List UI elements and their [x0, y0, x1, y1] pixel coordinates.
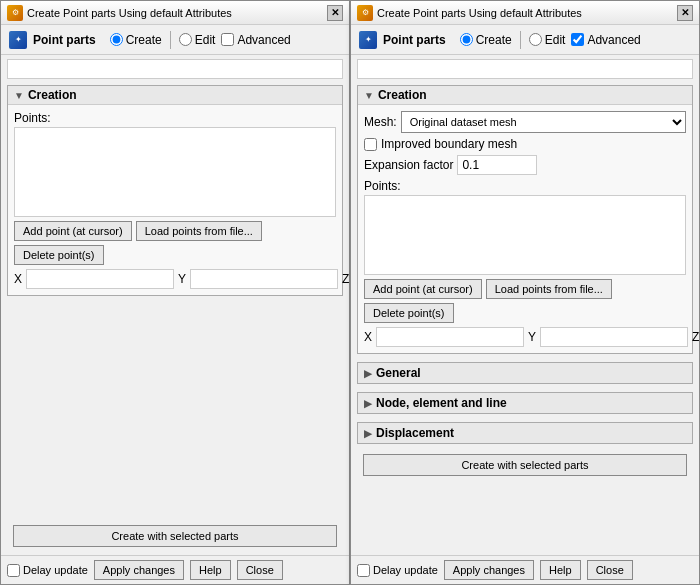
left-creation-header[interactable]: ▼ Creation: [8, 86, 342, 105]
right-improved-boundary-label[interactable]: Improved boundary mesh: [381, 137, 517, 151]
right-delay-update-group: Delay update: [357, 564, 438, 577]
right-improved-boundary-checkbox[interactable]: [364, 138, 377, 151]
right-creation-header[interactable]: ▼ Creation: [358, 86, 692, 105]
right-node-element-header[interactable]: ▶ Node, element and line: [358, 393, 692, 413]
right-expansion-input[interactable]: [457, 155, 537, 175]
right-content: ▼ Creation Mesh: Original dataset mesh I…: [351, 55, 699, 555]
left-advanced-checkbox[interactable]: [221, 33, 234, 46]
right-displacement-arrow: ▶: [364, 428, 372, 439]
right-search-input[interactable]: [357, 59, 693, 79]
left-load-points-btn[interactable]: Load points from file...: [136, 221, 262, 241]
left-create-radio[interactable]: [110, 33, 123, 46]
right-delay-update-checkbox[interactable]: [357, 564, 370, 577]
right-advanced-label[interactable]: Advanced: [587, 33, 640, 47]
right-y-input[interactable]: [540, 327, 688, 347]
left-close-btn[interactable]: Close: [237, 560, 283, 580]
right-expansion-row: Expansion factor: [364, 155, 686, 175]
right-apply-btn[interactable]: Apply changes: [444, 560, 534, 580]
left-btn-row: Add point (at cursor) Load points from f…: [14, 221, 336, 241]
right-points-list: [364, 195, 686, 275]
right-displacement-title: Displacement: [376, 426, 454, 440]
right-close-x-btn[interactable]: ✕: [677, 5, 693, 21]
left-close-x-btn[interactable]: ✕: [327, 5, 343, 21]
right-general-arrow: ▶: [364, 368, 372, 379]
right-advanced-checkbox[interactable]: [571, 33, 584, 46]
left-help-btn[interactable]: Help: [190, 560, 231, 580]
right-toolbar-icon: ✦: [359, 31, 377, 49]
left-dialog-title: Create Point parts Using default Attribu…: [27, 7, 232, 19]
left-search-input[interactable]: [7, 59, 343, 79]
left-add-point-btn[interactable]: Add point (at cursor): [14, 221, 132, 241]
left-y-label: Y: [178, 272, 186, 286]
left-content: ▼ Creation Points: Add point (at cursor)…: [1, 55, 349, 555]
left-create-label[interactable]: Create: [126, 33, 162, 47]
right-app-icon: ⚙: [357, 5, 373, 21]
left-toolbar-title: Point parts: [33, 33, 96, 47]
right-delete-points-btn[interactable]: Delete point(s): [364, 303, 454, 323]
right-create-radio-group: Create: [460, 33, 512, 47]
right-close-btn[interactable]: Close: [587, 560, 633, 580]
right-general-title: General: [376, 366, 421, 380]
right-toolbar: ✦ Point parts Create Edit Advanced: [351, 25, 699, 55]
right-create-selected-btn[interactable]: Create with selected parts: [363, 454, 687, 476]
right-creation-arrow: ▼: [364, 90, 374, 101]
left-points-list: [14, 127, 336, 217]
left-creation-arrow: ▼: [14, 90, 24, 101]
right-node-element-title: Node, element and line: [376, 396, 507, 410]
left-edit-label[interactable]: Edit: [195, 33, 216, 47]
right-mesh-row: Mesh: Original dataset mesh: [364, 111, 686, 133]
left-create-selected-btn[interactable]: Create with selected parts: [13, 525, 337, 547]
right-load-points-btn[interactable]: Load points from file...: [486, 279, 612, 299]
left-delay-update-label[interactable]: Delay update: [23, 564, 88, 576]
left-apply-btn[interactable]: Apply changes: [94, 560, 184, 580]
left-delay-update-group: Delay update: [7, 564, 88, 577]
right-creation-title: Creation: [378, 88, 427, 102]
left-x-input[interactable]: [26, 269, 174, 289]
right-delay-update-label[interactable]: Delay update: [373, 564, 438, 576]
right-mesh-select[interactable]: Original dataset mesh: [401, 111, 686, 133]
right-creation-group: ▼ Creation Mesh: Original dataset mesh I…: [357, 85, 693, 354]
left-delete-points-btn[interactable]: Delete point(s): [14, 245, 104, 265]
left-edit-radio-group: Edit: [179, 33, 216, 47]
right-advanced-checkbox-group: Advanced: [571, 33, 640, 47]
right-displacement-group: ▶ Displacement: [357, 422, 693, 444]
right-x-input[interactable]: [376, 327, 524, 347]
right-expansion-label: Expansion factor: [364, 158, 453, 172]
left-create-btn-row: Create with selected parts: [7, 521, 343, 551]
right-points-label: Points:: [364, 179, 686, 193]
left-delay-update-checkbox[interactable]: [7, 564, 20, 577]
right-edit-radio[interactable]: [529, 33, 542, 46]
left-create-radio-group: Create: [110, 33, 162, 47]
right-create-btn-row: Create with selected parts: [357, 450, 693, 480]
left-bottom-bar: Delay update Apply changes Help Close: [1, 555, 349, 584]
right-improved-boundary-row: Improved boundary mesh: [364, 137, 686, 151]
right-sep1: [520, 31, 521, 49]
right-creation-content: Mesh: Original dataset mesh Improved bou…: [358, 105, 692, 353]
left-y-input[interactable]: [190, 269, 338, 289]
right-create-label[interactable]: Create: [476, 33, 512, 47]
left-advanced-label[interactable]: Advanced: [237, 33, 290, 47]
right-edit-label[interactable]: Edit: [545, 33, 566, 47]
right-btn-row: Add point (at cursor) Load points from f…: [364, 279, 686, 299]
left-creation-title: Creation: [28, 88, 77, 102]
right-node-element-arrow: ▶: [364, 398, 372, 409]
left-edit-radio[interactable]: [179, 33, 192, 46]
right-general-header[interactable]: ▶ General: [358, 363, 692, 383]
right-create-radio[interactable]: [460, 33, 473, 46]
right-y-label: Y: [528, 330, 536, 344]
right-title-bar: ⚙ Create Point parts Using default Attri…: [351, 1, 699, 25]
left-creation-content: Points: Add point (at cursor) Load point…: [8, 105, 342, 295]
right-z-label: Z: [692, 330, 699, 344]
right-dialog: ⚙ Create Point parts Using default Attri…: [350, 0, 700, 585]
right-displacement-header[interactable]: ▶ Displacement: [358, 423, 692, 443]
left-sep1: [170, 31, 171, 49]
left-x-label: X: [14, 272, 22, 286]
right-add-point-btn[interactable]: Add point (at cursor): [364, 279, 482, 299]
right-mesh-label: Mesh:: [364, 115, 397, 129]
right-bottom-bar: Delay update Apply changes Help Close: [351, 555, 699, 584]
right-x-label: X: [364, 330, 372, 344]
right-help-btn[interactable]: Help: [540, 560, 581, 580]
left-creation-group: ▼ Creation Points: Add point (at cursor)…: [7, 85, 343, 296]
left-app-icon: ⚙: [7, 5, 23, 21]
left-dialog: ⚙ Create Point parts Using default Attri…: [0, 0, 350, 585]
